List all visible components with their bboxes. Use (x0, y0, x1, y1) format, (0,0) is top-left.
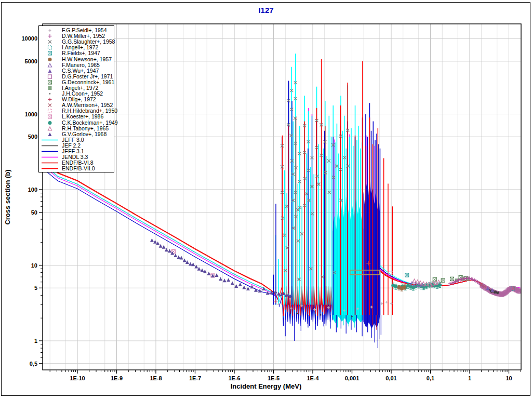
legend-marker-plus-icon (39, 28, 62, 33)
y-tick-label: 0,5 (30, 361, 37, 367)
legend-marker-cir-f-icon (39, 57, 62, 62)
x-tick-label: 1E-6 (228, 375, 240, 381)
series-r-fields-1947 (405, 273, 409, 277)
legend-box: F.G.P.Seidl+, 1954D.W.Miller+, 1952G.G.S… (38, 25, 114, 172)
legend-label: R.Fields+, 1947 (62, 50, 100, 56)
legend-item: C.K.Bockelman+, 1949 (39, 120, 114, 126)
x-tick-label: 0,01 (385, 375, 396, 381)
legend-marker-tri-icon (39, 126, 62, 131)
legend-marker-sq-f-icon (39, 85, 62, 91)
x-tick-label: 0,1 (427, 375, 434, 381)
x-tick-label: 1E-10 (70, 375, 85, 381)
legend-line-sample (39, 154, 62, 160)
x-tick-label: 1E-7 (189, 375, 201, 381)
legend-marker-sq-icon (39, 74, 62, 79)
y-tick-label: 500 (28, 134, 37, 140)
chart-data-layer (43, 54, 521, 348)
x-axis-title: Incident Energy (MeV) (0, 382, 532, 390)
legend-label: R.H.Tabony+, 1965 (62, 126, 109, 131)
legend-label: H.W.Newson+, 1957 (62, 57, 112, 62)
legend-line-sample (39, 137, 62, 143)
y-tick-label: 10 (31, 262, 37, 269)
x-tick-label: 1 (468, 375, 471, 381)
legend-marker-plus-icon (39, 33, 62, 39)
legend-item: R.Fields+, 1947 (39, 50, 114, 56)
y-axis-title: Cross section (b) (4, 156, 11, 239)
legend-line-sample (39, 166, 62, 171)
legend-line-sample (39, 160, 62, 166)
legend-marker-sq-x-icon (39, 114, 62, 119)
legend-line-sample (39, 143, 62, 149)
x-tick-label: 10 (506, 375, 512, 381)
legend-marker-cir-f-icon (39, 120, 62, 126)
legend-label: F.Manero, 1965 (62, 62, 100, 68)
legend-item: H.W.Newson+, 1957 (39, 56, 114, 62)
y-tick-label: 1 (34, 338, 37, 344)
y-tick-label: 100 (28, 187, 37, 193)
y-tick-label: 5000 (25, 58, 37, 64)
x-tick-label: 1E-9 (111, 375, 123, 381)
legend-marker-tri-f-icon (39, 131, 62, 137)
x-tick-label: 0,001 (345, 375, 360, 381)
x-tick-label: 1E-4 (307, 375, 319, 381)
legend-label: L.Koester+, 1986 (62, 114, 103, 119)
legend-marker-sq-d-icon (39, 45, 62, 50)
y-tick-label: 5 (34, 285, 37, 291)
x-tick-label: 1E-5 (268, 375, 280, 381)
legend-marker-x-icon (39, 102, 62, 108)
legend-item: ENDF/B-VII.0 (39, 166, 114, 171)
y-tick-label: 1000 (25, 111, 37, 117)
legend-label: C.K.Bockelman+, 1949 (62, 120, 118, 126)
legend-marker-sq-x-icon (39, 79, 62, 85)
y-tick-label: 50 (31, 209, 37, 216)
legend-marker-sq-d-icon (39, 108, 62, 114)
series-g-v-gorlov-1968 (150, 238, 292, 298)
legend-marker-sq-x-icon (39, 50, 62, 56)
x-tick-label: 1E-8 (150, 375, 162, 381)
legend-marker-tri-f-icon (39, 68, 62, 74)
legend-item: F.Manero, 1965 (39, 62, 114, 68)
legend-item: L.Koester+, 1986 (39, 114, 114, 119)
chart-page: I127 1E-101E-91E-81E-71E-61E-51E-40,0010… (0, 0, 532, 399)
legend-marker-tri-icon (39, 62, 62, 68)
legend-marker-dot-icon (39, 91, 62, 97)
legend-marker-x-icon (39, 39, 62, 45)
legend-line-sample (39, 149, 62, 154)
legend-label: ENDF/B-VII.0 (62, 166, 95, 171)
y-tick-label: 10000 (21, 35, 37, 42)
legend-marker-plus-icon (39, 97, 62, 102)
